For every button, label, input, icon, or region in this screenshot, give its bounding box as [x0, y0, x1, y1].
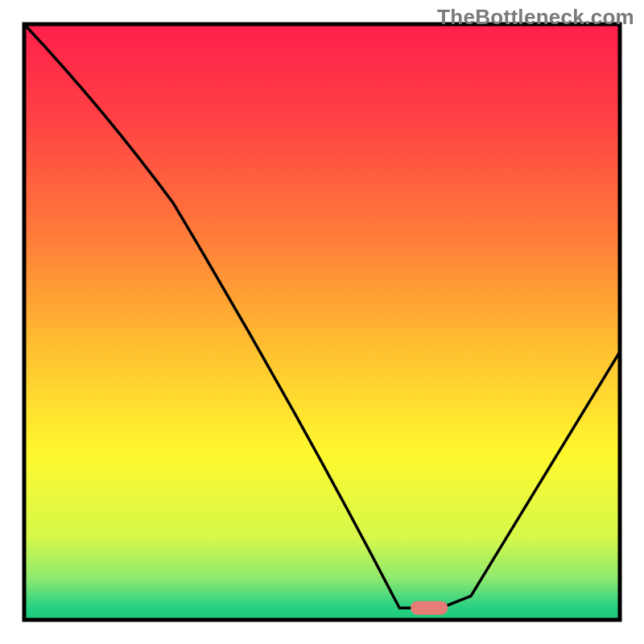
chart-container: TheBottleneck.com [0, 0, 644, 644]
watermark-text: TheBottleneck.com [437, 5, 634, 30]
optimum-marker [411, 601, 448, 615]
plot-background [24, 24, 620, 620]
bottleneck-chart [0, 0, 644, 644]
